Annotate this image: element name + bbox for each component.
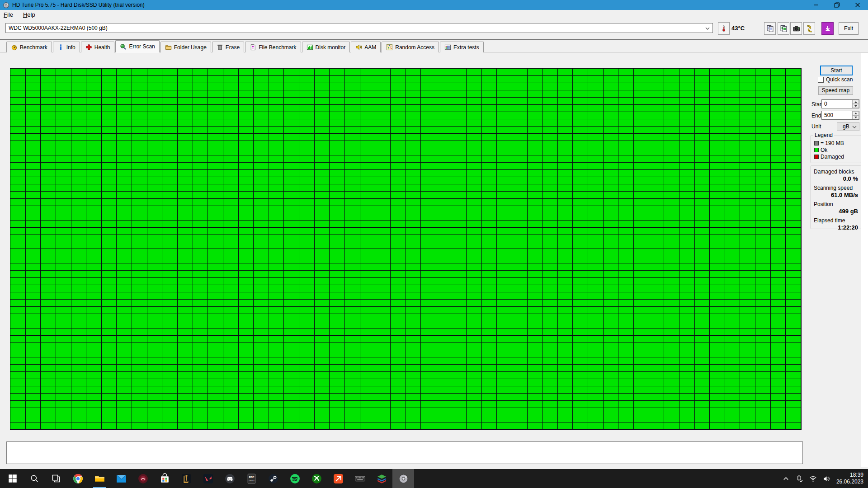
legend-color-swatch (814, 141, 819, 145)
start-scan-button[interactable]: Start (820, 66, 853, 75)
stat-row: Damaged blocks0.0 % (811, 166, 861, 182)
tab-label: Info (66, 44, 75, 51)
start-spin-down[interactable] (852, 104, 859, 108)
chrome-icon (72, 473, 84, 484)
taskbar-button-chrome[interactable] (67, 469, 89, 488)
keyboard-icon (354, 473, 366, 484)
end-spinner (852, 111, 859, 119)
arrow-down-icon (854, 105, 857, 107)
tab-label: Folder Usage (174, 44, 207, 51)
taskbar-button-search[interactable] (24, 469, 45, 488)
taskbar-button-task-view[interactable] (45, 469, 67, 488)
stat-value: 1:22:20 (814, 224, 858, 231)
stat-label: Position (814, 201, 858, 207)
start-field-wrap (821, 99, 859, 108)
export-icon (806, 25, 813, 33)
tab-info[interactable]: Info (53, 42, 80, 52)
benchmark-icon (11, 44, 18, 51)
arrow-up-icon (854, 101, 857, 103)
legend-item-label: = 190 MB (821, 140, 844, 146)
taskbar-button-start[interactable] (2, 469, 24, 488)
usb-safely-remove-icon[interactable] (796, 475, 803, 483)
taskbar-button-mail[interactable] (110, 469, 132, 488)
tab-aam[interactable]: AAM (351, 42, 381, 52)
toolbar-divider (0, 39, 868, 40)
legend-item-label: Damaged (821, 154, 844, 160)
tab-health[interactable]: Health (81, 42, 115, 52)
close-button[interactable] (847, 0, 868, 10)
end-spin-up[interactable] (852, 111, 859, 115)
stat-row: Elapsed time1:22:20 (811, 215, 861, 231)
tab-label: File Benchmark (259, 44, 296, 51)
download-button[interactable] (821, 22, 834, 35)
folder-usage-icon (165, 44, 172, 51)
tab-folder-usage[interactable]: Folder Usage (160, 42, 211, 52)
camera-icon (793, 25, 800, 33)
taskbar-button-valorant[interactable] (197, 469, 219, 488)
taskbar-button-epic-games[interactable]: EPICGAMES (241, 469, 262, 488)
tab-bar: BenchmarkInfoHealthError ScanFolder Usag… (6, 41, 485, 52)
temperature-button[interactable] (718, 22, 730, 35)
taskbar-button-microsoft-store[interactable] (154, 469, 175, 488)
mail-icon (116, 473, 127, 484)
speaker-icon[interactable] (823, 475, 830, 483)
error-scan-block-grid (10, 68, 802, 430)
taskbar-button-game-red[interactable] (132, 469, 154, 488)
taskbar-button-app-orange[interactable] (327, 469, 349, 488)
epic-icon: EPICGAMES (246, 473, 257, 484)
wifi-icon[interactable] (809, 475, 817, 483)
start-spinner (852, 100, 859, 108)
taskbar-button-xbox[interactable] (306, 469, 327, 488)
tab-extra-tests[interactable]: Extra tests (440, 42, 484, 52)
taskbar-button-steam[interactable] (262, 469, 284, 488)
minimize-button[interactable] (806, 0, 826, 10)
taskbar-clock[interactable]: 18:39 26.06.2023 (836, 472, 865, 485)
drive-select-combobox[interactable]: WDC WD5000AAKX-22ERMA0 (500 gB) (5, 23, 713, 33)
tab-file-benchmark[interactable]: File Benchmark (245, 42, 301, 52)
copy-text-icon (766, 25, 774, 33)
arrow-down-icon (854, 117, 857, 118)
taskbar-button-touch-keyboard[interactable] (349, 469, 371, 488)
exit-button[interactable]: Exit (839, 22, 859, 35)
right-edge-panel (861, 53, 868, 467)
hdtune-app-icon (3, 2, 9, 9)
download-arrow-icon (824, 25, 831, 32)
minimize-icon (813, 2, 819, 8)
taskbar-button-hd-tune[interactable] (392, 469, 414, 488)
taskbar-button-league-of-legends[interactable] (175, 469, 197, 488)
health-icon (85, 44, 92, 51)
copy-image-button[interactable] (778, 22, 789, 35)
task-view-icon (52, 474, 61, 483)
copy-text-button[interactable] (764, 22, 776, 35)
unit-select[interactable]: gB (837, 122, 859, 131)
start-spin-up[interactable] (852, 100, 859, 104)
tab-random-access[interactable]: Random Access (382, 42, 439, 52)
tab-disk-monitor[interactable]: Disk monitor (302, 42, 350, 52)
unit-field-label: Unit (811, 123, 821, 130)
end-spin-down[interactable] (852, 115, 859, 119)
unit-select-value: gB (843, 123, 849, 130)
screenshot-button[interactable] (790, 22, 802, 35)
hdd-icon (398, 473, 409, 484)
aam-icon (355, 44, 362, 51)
tab-label: Erase (226, 44, 240, 51)
speed-map-button[interactable]: Speed map (818, 86, 853, 95)
tab-benchmark[interactable]: Benchmark (6, 42, 52, 52)
title-bar: HD Tune Pro 5.75 - Hard Disk/SSD Utility… (0, 0, 868, 10)
tab-erase[interactable]: Erase (212, 42, 244, 52)
export-button[interactable] (803, 22, 815, 35)
chevron-down-icon (852, 126, 857, 128)
taskbar-button-layers-app[interactable] (371, 469, 392, 488)
tab-error-scan[interactable]: Error Scan (115, 40, 159, 52)
scan-stats-groupbox: Damaged blocks0.0 %Scanning speed61.0 MB… (810, 165, 862, 229)
menu-file[interactable]: File (4, 11, 13, 18)
quick-scan-checkbox[interactable] (818, 77, 824, 83)
stat-row: Scanning speed61.0 MB/s (811, 182, 861, 198)
tray-chevron-up-icon[interactable] (782, 475, 790, 483)
taskbar-button-discord[interactable] (219, 469, 241, 488)
menu-help[interactable]: Help (23, 11, 35, 18)
stat-label: Damaged blocks (814, 169, 858, 175)
restore-button[interactable] (826, 0, 847, 10)
taskbar-button-file-explorer[interactable] (89, 469, 110, 488)
taskbar-button-spotify[interactable] (284, 469, 306, 488)
